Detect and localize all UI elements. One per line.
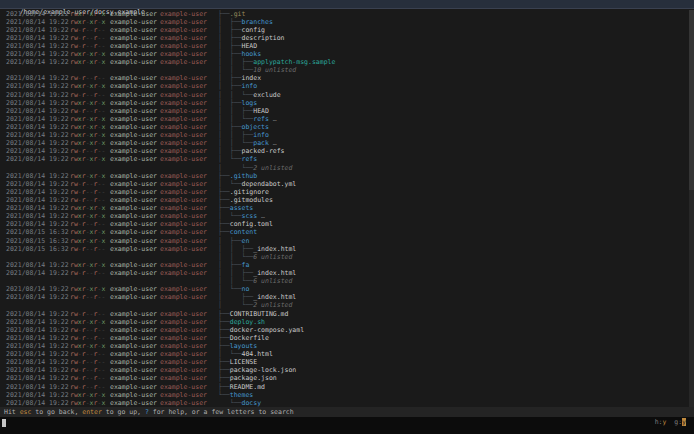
tree-row[interactable]: 2021/08/14 19:22rwxr-xr-xexample-userexa… [0,131,689,139]
tree-row[interactable]: │ │ └──6 unlisted [0,277,689,285]
tree-row[interactable]: 2021/08/14 19:22rwxr-xr-xexample-userexa… [0,285,689,293]
file-name[interactable]: refs [253,115,269,123]
file-name[interactable]: docker-compose.yaml [230,326,304,334]
tree-row[interactable]: 2021/08/14 19:22rwxr-xr-xexample-userexa… [0,342,689,350]
file-name[interactable]: docsy [241,399,261,407]
tree-row[interactable]: 2021/08/14 19:22rw-r--r--example-userexa… [0,91,689,99]
tree-row[interactable]: 2021/08/14 19:22rw-r--r--example-userexa… [0,310,689,318]
tree-row[interactable]: 2021/08/14 19:22rw-r--r--example-userexa… [0,350,689,358]
tree-row[interactable]: 2021/08/14 19:22rw-r--r--example-userexa… [0,326,689,334]
flag-label: g: [674,418,682,426]
tree-row[interactable]: 2021/08/14 19:22rwxr-xr-xexample-userexa… [0,50,689,58]
tree-row[interactable]: 2021/08/15 16:32rwxr-xr-xexample-userexa… [0,228,689,236]
file-name[interactable]: HEAD [241,42,257,50]
tree-row[interactable]: 2021/08/14 19:22rw-r--r--example-userexa… [0,107,689,115]
flag-value[interactable]: y [682,418,686,426]
file-name[interactable]: themes [230,391,253,399]
tree-row[interactable]: 2021/08/15 16:32rw-r--r--example-userexa… [0,245,689,253]
tree-row[interactable]: 2021/08/14 19:22rwxr-xr-xexample-userexa… [0,261,689,269]
tree-row[interactable]: 2021/08/14 19:22rwxr-xr-xexample-userexa… [0,212,689,220]
scrollbar[interactable] [689,10,694,408]
file-name[interactable]: CONTRIBUTING.md [230,310,289,318]
current-path-bar[interactable]: /home/example-user/docsy-example [0,0,694,9]
file-name[interactable]: en [241,237,249,245]
file-name[interactable]: info [253,131,269,139]
tree-row[interactable]: 2021/08/14 19:22rwxr-xr-xexample-userexa… [0,115,689,123]
scrollbar-thumb[interactable] [689,10,694,190]
tree-row[interactable]: 2021/08/15 16:32rwxr-xr-xexample-userexa… [0,237,689,245]
file-name[interactable]: layouts [230,342,257,350]
file-name[interactable]: logs [241,99,257,107]
file-name[interactable]: deploy.sh [230,318,265,326]
row-permissions: rw-r--r-- [70,366,105,374]
file-name[interactable]: refs [241,155,257,163]
tree-row[interactable]: │ └──2 unlisted [0,301,689,309]
tree-row[interactable]: 2021/08/14 19:22rw-r--r--example-userexa… [0,147,689,155]
tree-row[interactable]: │ │ └──6 unlisted [0,253,689,261]
tree-row[interactable]: 2021/08/14 19:22rw-r--r--example-userexa… [0,366,689,374]
file-name[interactable]: package.json [230,374,277,382]
tree-row[interactable]: 2021/08/14 19:22rwxr-xr-xexample-userexa… [0,139,689,147]
file-name[interactable]: config [241,26,264,34]
tree-row[interactable]: 2021/08/14 19:22rwxr-xr-xexample-userexa… [0,99,689,107]
tree-row[interactable]: 2021/08/14 19:22rw-r--r--example-userexa… [0,383,689,391]
tree-row[interactable]: 2021/08/14 19:22rwxr-xr-xexample-userexa… [0,123,689,131]
file-name[interactable]: .github [230,172,257,180]
tree-row[interactable]: 2021/08/14 19:22rw-r--r--example-userexa… [0,180,689,188]
file-name[interactable]: branches [241,18,272,26]
tree-row[interactable]: 2021/08/14 19:22rwxr-xr-xexample-userexa… [0,391,689,399]
tree-row[interactable]: 2021/08/14 19:22rw-r--r--example-userexa… [0,293,689,301]
tree-row[interactable]: 2021/08/14 19:22rwxr-xr-xexample-userexa… [0,10,689,18]
tree-row[interactable]: 2021/08/14 19:22rw-r--r--example-userexa… [0,34,689,42]
file-name[interactable]: _index.html [253,245,296,253]
file-name[interactable]: LICENSE [230,358,257,366]
file-name[interactable]: objects [241,123,268,131]
file-name[interactable]: content [230,228,257,236]
file-name[interactable]: 404.html [241,350,272,358]
file-name[interactable]: 2 unlisted [253,164,292,172]
file-name[interactable]: dependabot.yml [241,180,296,188]
tree-row[interactable]: 2021/08/14 19:22rw-r--r--example-userexa… [0,26,689,34]
tree-row[interactable]: 2021/08/14 19:22rwxr-xr-xexample-userexa… [0,155,689,163]
tree-row[interactable]: 2021/08/14 19:22rwxr-xr-xexample-userexa… [0,82,689,90]
tree-row[interactable]: 2021/08/14 19:22rw-r--r--example-userexa… [0,374,689,382]
tree-row[interactable]: 2021/08/14 19:22rw-r--r--example-userexa… [0,220,689,228]
tree-row[interactable]: 2021/08/14 19:22rw-r--r--example-userexa… [0,334,689,342]
file-name[interactable]: description [241,34,284,42]
file-name[interactable]: 6 unlisted [253,253,292,261]
search-input-bar[interactable]: h:y g:y [0,417,694,434]
file-name[interactable]: .git [230,10,246,18]
file-name[interactable]: HEAD [253,107,269,115]
tree-row[interactable]: │ └──2 unlisted [0,164,689,172]
file-name[interactable]: 6 unlisted [253,277,292,285]
tree-row[interactable]: 2021/08/14 19:22rwxr-xr-xexample-userexa… [0,204,689,212]
tree-row[interactable]: 2021/08/14 19:22rw-r--r--example-userexa… [0,42,689,50]
tree-row[interactable]: 2021/08/14 19:22rw-r--r--example-userexa… [0,188,689,196]
file-name[interactable]: _index.html [253,269,296,277]
tree-row[interactable]: 2021/08/14 19:22rwxr-xr-xexample-userexa… [0,58,689,66]
row-owner: example-user [110,350,157,358]
tree-row[interactable]: 2021/08/14 19:22rwxr-xr-xexample-userexa… [0,399,689,407]
file-name[interactable]: hooks [241,50,261,58]
flag-value[interactable]: y [663,418,667,426]
file-name[interactable]: Dockerfile [230,334,269,342]
tree-row[interactable]: 2021/08/14 19:22rw-r--r--example-userexa… [0,74,689,82]
file-name[interactable]: .gitmodules [230,196,273,204]
tree-row[interactable]: │ │ └──10 unlisted [0,66,689,74]
file-name[interactable]: assets [230,204,253,212]
file-name[interactable]: fa [241,261,249,269]
file-name[interactable]: info [241,82,257,90]
file-name[interactable]: README.md [230,383,265,391]
tree-row[interactable]: 2021/08/14 19:22rw-r--r--example-userexa… [0,358,689,366]
tree-row[interactable]: 2021/08/14 19:22rw-r--r--example-userexa… [0,269,689,277]
tree-row[interactable]: 2021/08/14 19:22rwxr-xr-xexample-userexa… [0,318,689,326]
row-permissions: rwxr-xr-x [70,58,105,66]
file-name[interactable]: .gitignore [230,188,269,196]
tree-row[interactable]: 2021/08/14 19:22rw-r--r--example-userexa… [0,196,689,204]
row-tree-cell: │ ├──branches [218,18,273,26]
file-name[interactable]: applypatch-msg.sample [253,58,335,66]
file-name[interactable]: exclude [253,91,280,99]
tree-row[interactable]: 2021/08/14 19:22rwxr-xr-xexample-userexa… [0,172,689,180]
file-name[interactable]: 2 unlisted [253,301,292,309]
tree-row[interactable]: 2021/08/14 19:22rwxr-xr-xexample-userexa… [0,18,689,26]
